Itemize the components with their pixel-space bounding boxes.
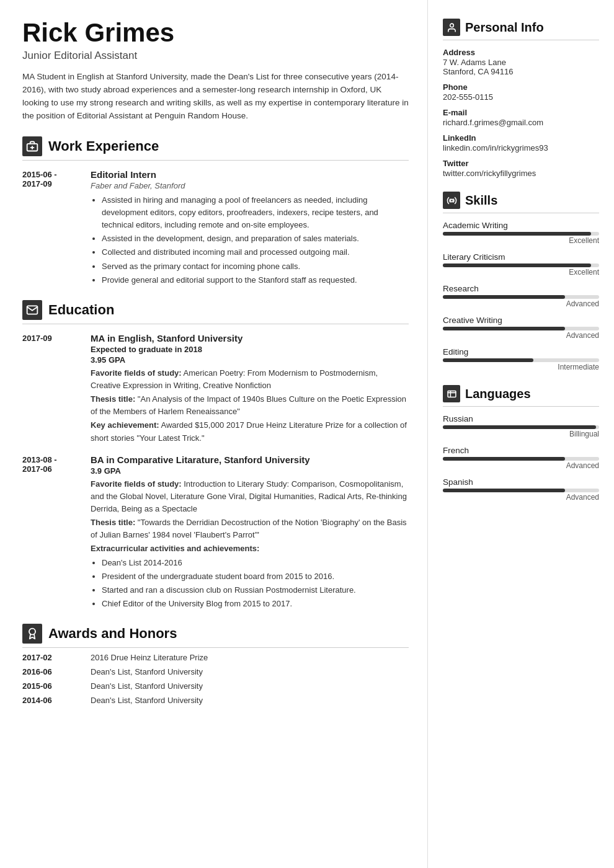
- skills-icon: [443, 192, 460, 209]
- edu-fields-1: Favorite fields of study: Introduction t…: [91, 478, 409, 515]
- lang-bar-fill-0: [443, 425, 596, 429]
- lang-name-0: Russian: [443, 414, 599, 423]
- info-address-value: 7 W. Adams LaneStanford, CA 94116: [443, 58, 599, 76]
- work-icon: [22, 136, 42, 156]
- candidate-title: Junior Editorial Assistant: [22, 50, 409, 62]
- edu-thesis-1: Thesis title: "Towards the Derridian Dec…: [91, 516, 409, 541]
- edu-fields-0: Favorite fields of study: American Poetr…: [91, 367, 409, 392]
- lang-item-2: Spanish Advanced: [443, 477, 599, 502]
- edu-extra-0: Dean's List 2014-2016: [102, 557, 409, 569]
- skill-name-4: Editing: [443, 347, 599, 356]
- skill-name-0: Academic Writing: [443, 221, 599, 230]
- education-title: Education: [48, 302, 114, 318]
- award-entry-0: 2017-02 2016 Drue Heinz Literature Prize: [22, 653, 409, 662]
- edu-date-0: 2017-09: [22, 333, 91, 446]
- info-linkedin-value: linkedin.com/in/rickygrimes93: [443, 143, 599, 153]
- awards-section: Awards and Honors 2017-02 2016 Drue Hein…: [22, 624, 409, 705]
- awards-icon: [22, 624, 42, 644]
- svg-point-5: [450, 199, 453, 202]
- candidate-name: Rick Grimes: [22, 19, 409, 47]
- lang-name-2: Spanish: [443, 477, 599, 487]
- skill-level-1: Excellent: [443, 268, 599, 277]
- info-phone-value: 202-555-0115: [443, 92, 599, 102]
- skill-item-3: Creative Writing Advanced: [443, 316, 599, 340]
- edu-extra-bullets-1: Dean's List 2014-2016 President of the u…: [91, 557, 409, 611]
- lang-bar-bg-0: [443, 425, 599, 429]
- personal-icon: [443, 19, 460, 36]
- lang-bar-bg-1: [443, 457, 599, 461]
- skill-bar-bg-4: [443, 358, 599, 362]
- work-experience-title: Work Experience: [48, 138, 159, 154]
- edu-thesis-0: Thesis title: "An Analysis of the Impact…: [91, 393, 409, 418]
- skill-bar-bg-1: [443, 264, 599, 267]
- edu-extra-1: President of the undergraduate student b…: [102, 570, 409, 583]
- info-linkedin: LinkedIn linkedin.com/in/rickygrimes93: [443, 133, 599, 153]
- info-twitter-value: twitter.com/rickyfillygrimes: [443, 169, 599, 178]
- personal-info-section: Personal Info Address 7 W. Adams LaneSta…: [443, 19, 599, 178]
- skill-bar-fill-4: [443, 358, 533, 362]
- languages-title: Languages: [465, 387, 531, 401]
- work-bullet-0-4: Provide general and editorial support to…: [102, 274, 409, 286]
- edu-entry-1: 2013-08 -2017-06 BA in Comparative Litar…: [22, 454, 409, 611]
- edu-gpa-0: 3.95 GPA: [91, 355, 409, 365]
- lang-name-1: French: [443, 446, 599, 455]
- work-bullet-0-1: Assisted in the development, design, and…: [102, 232, 409, 245]
- work-bullet-0-2: Collected and distributed incoming mail …: [102, 246, 409, 259]
- info-phone-label: Phone: [443, 82, 599, 92]
- skill-bar-bg-2: [443, 295, 599, 299]
- lang-level-1: Advanced: [443, 461, 599, 470]
- edu-extracurricular-label: Extracurricular activities and achieveme…: [91, 542, 409, 555]
- skill-item-1: Literary Criticism Excellent: [443, 252, 599, 277]
- edu-achievement-0: Key achievement: Awarded $15,000 2017 Dr…: [91, 419, 409, 444]
- work-bullet-0-0: Assisted in hiring and managing a pool o…: [102, 194, 409, 231]
- lang-level-0: Billingual: [443, 430, 599, 438]
- award-name-2: Dean's List, Stanford University: [91, 681, 203, 691]
- skill-name-1: Literary Criticism: [443, 252, 599, 262]
- skills-header: Skills: [443, 192, 599, 213]
- languages-header: Languages: [443, 385, 599, 407]
- skill-level-0: Excellent: [443, 236, 599, 245]
- personal-info-header: Personal Info: [443, 19, 599, 40]
- edu-content-0: MA in English, Stanford University Expec…: [91, 333, 409, 446]
- info-twitter: Twitter twitter.com/rickyfillygrimes: [443, 159, 599, 178]
- edu-entry-0: 2017-09 MA in English, Stanford Universi…: [22, 333, 409, 446]
- personal-info-title: Personal Info: [465, 20, 544, 35]
- education-section: Education 2017-09 MA in English, Stanfor…: [22, 300, 409, 611]
- award-date-0: 2017-02: [22, 653, 91, 662]
- info-phone: Phone 202-555-0115: [443, 82, 599, 102]
- lang-level-2: Advanced: [443, 493, 599, 502]
- edu-date-1: 2013-08 -2017-06: [22, 454, 91, 611]
- awards-header: Awards and Honors: [22, 624, 409, 648]
- skill-bar-fill-3: [443, 327, 565, 330]
- skill-name-3: Creative Writing: [443, 316, 599, 325]
- edu-content-1: BA in Comparative Litarature, Stanford U…: [91, 454, 409, 611]
- candidate-summary: MA Student in English at Stanford Univer…: [22, 71, 409, 123]
- skill-level-4: Intermediate: [443, 363, 599, 371]
- work-entry-0: 2015-06 -2017-09 Editorial Intern Faber …: [22, 169, 409, 288]
- info-address-label: Address: [443, 48, 599, 57]
- skill-item-2: Research Advanced: [443, 284, 599, 308]
- skill-item-4: Editing Intermediate: [443, 347, 599, 371]
- left-column: Rick Grimes Junior Editorial Assistant M…: [0, 0, 428, 868]
- lang-item-0: Russian Billingual: [443, 414, 599, 438]
- edu-degree-0: MA in English, Stanford University: [91, 333, 409, 343]
- edu-grad-note-0: Expected to graduate in 2018: [91, 345, 409, 354]
- education-header: Education: [22, 300, 409, 324]
- skill-bar-fill-0: [443, 232, 591, 236]
- skill-bar-fill-1: [443, 264, 591, 267]
- skill-name-2: Research: [443, 284, 599, 293]
- info-email-label: E-mail: [443, 108, 599, 117]
- award-date-2: 2015-06: [22, 681, 91, 691]
- work-content-0: Editorial Intern Faber and Faber, Stanfo…: [91, 169, 409, 288]
- work-date-0: 2015-06 -2017-09: [22, 169, 91, 288]
- svg-point-4: [450, 24, 453, 27]
- lang-bar-fill-2: [443, 489, 565, 492]
- award-name-1: Dean's List, Stanford University: [91, 667, 203, 676]
- skill-level-2: Advanced: [443, 299, 599, 308]
- award-entry-3: 2014-06 Dean's List, Stanford University: [22, 696, 409, 705]
- edu-degree-1: BA in Comparative Litarature, Stanford U…: [91, 454, 409, 465]
- languages-section: Languages Russian Billingual French Adva…: [443, 385, 599, 502]
- award-name-3: Dean's List, Stanford University: [91, 696, 203, 705]
- lang-bar-bg-2: [443, 489, 599, 492]
- skill-item-0: Academic Writing Excellent: [443, 221, 599, 245]
